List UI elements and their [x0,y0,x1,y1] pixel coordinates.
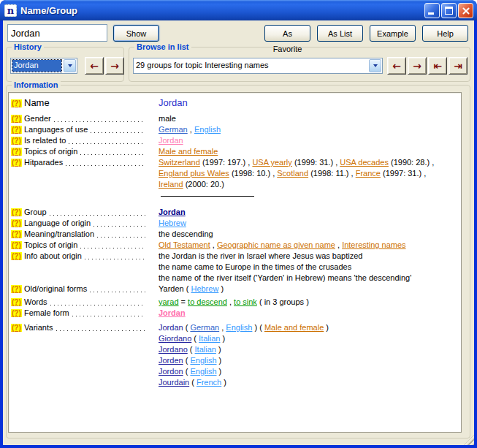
chevron-down-icon [68,64,72,67]
value-link[interactable]: Jordan [159,136,183,145]
arrow-left-icon: ← [392,61,401,71]
name-input[interactable] [7,24,107,42]
information-group-label: Information [12,80,61,90]
value-text: , [227,297,234,306]
browse-combo-dropdown-button[interactable] [369,59,381,72]
help-icon[interactable]: (?) [11,115,22,123]
info-row: (?)Old/original formsYarden ( Hebrew ) [11,284,459,295]
help-icon[interactable]: (?) [11,126,22,134]
value-link[interactable]: Italian [199,334,220,343]
value-link[interactable]: Geographic name as given name [217,240,335,249]
value-link[interactable]: Hebrew [191,284,218,293]
info-row: (?)Languages of useGerman , English [11,124,459,135]
value-link[interactable]: Hebrew [159,219,186,227]
value-text: ( [189,378,196,387]
browse-first-button[interactable]: ⇤ [428,57,447,75]
value-link[interactable]: Male and female [264,323,324,332]
value-text: the Jordan is the river in Israel where … [159,251,362,260]
maximize-icon [445,7,453,15]
field-label: Variants [24,322,55,333]
browse-combobox[interactable]: 29 groups for topic Interesting names [133,58,383,74]
value-link[interactable]: to sink [234,297,257,306]
history-prev-button[interactable]: ← [85,57,104,75]
info-row: (?)NameJordan [11,96,459,110]
value-link[interactable]: Scotland [277,169,308,178]
help-icon[interactable]: (?) [11,159,22,167]
value-link[interactable]: German [190,323,219,332]
value-link[interactable]: Giordano [159,334,191,343]
value-text: , [335,240,342,249]
value-link[interactable]: Ireland [159,180,183,189]
value-link[interactable]: English [190,367,216,376]
close-button[interactable] [458,3,473,18]
value-text: (1998: 10.) , [229,169,277,178]
history-combo-dropdown-button[interactable] [64,59,76,72]
arrow-to-bar-left-icon: ⇤ [433,61,442,71]
help-icon[interactable]: (?) [11,252,22,260]
help-icon[interactable]: (?) [11,285,22,293]
value-link[interactable]: English [190,356,216,365]
value-link[interactable]: Jordano [159,345,188,354]
browse-next-button[interactable]: → [408,57,427,75]
value-link[interactable]: Interesting names [342,240,405,249]
help-icon[interactable]: (?) [11,230,22,238]
help-icon[interactable]: (?) [11,148,22,156]
field-label: Languages of use [24,124,89,135]
example-button[interactable]: Example [370,25,416,42]
help-icon[interactable]: (?) [11,309,22,317]
help-button[interactable]: Help [422,25,468,42]
app-window: n Name/Group Show As Favorite As List Ex… [0,0,477,448]
arrow-left-icon: ← [90,61,99,71]
history-combobox[interactable]: Jordan [10,58,77,74]
value-link[interactable]: Jourdain [159,378,189,387]
value-link[interactable]: Jordan [159,208,186,216]
as-list-button[interactable]: As List [317,25,363,42]
value-link[interactable]: yarad [159,297,179,306]
value-link[interactable]: English [194,125,221,134]
dot-leader [69,143,145,144]
value-link[interactable]: Italian [195,345,216,354]
value-link[interactable]: USA decades [340,158,389,167]
help-icon[interactable]: (?) [11,137,22,145]
help-icon[interactable]: (?) [11,99,22,107]
minimize-button[interactable] [424,3,440,18]
field-label: Group [24,207,48,218]
value-link[interactable]: to descend [188,297,227,306]
value-link[interactable]: Jordan [159,308,186,317]
value-text: ( [183,356,191,365]
value-link[interactable]: Male and female [159,147,218,156]
dot-leader [72,316,145,316]
info-rows: (?)NameJordan(?)Gendermale(?)Languages o… [11,96,459,388]
value-text: ) [216,345,221,354]
as-favorite-button[interactable]: As Favorite [264,25,310,42]
show-button[interactable]: Show [113,25,159,42]
value-link[interactable]: USA yearly [252,158,291,167]
dot-leader [94,226,145,227]
title-bar[interactable]: n Name/Group [0,0,477,20]
dot-leader [91,132,145,133]
value-text: ( in 3 groups ) [257,297,309,306]
value-link[interactable]: English [226,323,252,332]
value-text: ) [217,367,222,376]
value-text: (1998: 11.) , [308,169,356,178]
field-label: Gender [24,113,53,124]
value-link[interactable]: Switzerland [159,158,200,167]
help-icon[interactable]: (?) [11,208,22,216]
browse-last-button[interactable]: ⇥ [449,57,468,75]
value-link[interactable]: Jordon [159,367,183,376]
value-text: the name came to Europe in the times of … [159,262,351,271]
history-next-button[interactable]: → [105,57,124,75]
help-icon[interactable]: (?) [11,241,22,249]
value-link[interactable]: French [196,378,221,387]
help-icon[interactable]: (?) [11,219,22,227]
info-row: (?)Topics of originMale and female [11,146,459,157]
value-link[interactable]: England plus Wales [159,169,229,178]
browse-prev-button[interactable]: ← [387,57,406,75]
value-link[interactable]: France [356,169,381,178]
value-link[interactable]: German [159,125,188,134]
help-icon[interactable]: (?) [11,298,22,306]
value-link[interactable]: Old Testament [159,240,210,249]
help-icon[interactable]: (?) [11,324,22,332]
value-link[interactable]: Jorden [159,356,183,365]
maximize-button[interactable] [441,3,457,18]
